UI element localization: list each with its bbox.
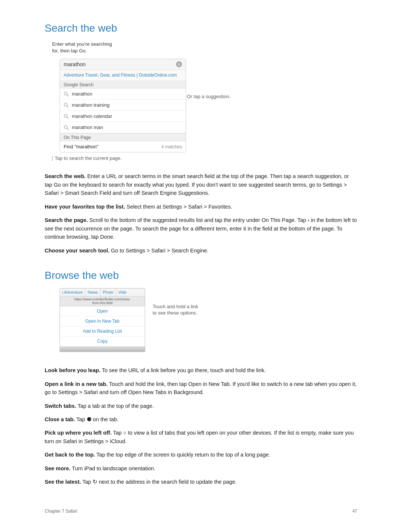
svg-point-2	[64, 103, 67, 106]
menu-open[interactable]: Open	[60, 306, 145, 316]
callout-label: Or tap a suggestion.	[187, 94, 230, 99]
suggestion-marathon[interactable]: marathon	[60, 88, 186, 100]
search-para-4: Choose your search tool. Go to Settings …	[45, 246, 357, 255]
browse-heading: Browse the web	[45, 270, 357, 281]
svg-line-3	[67, 106, 68, 107]
browse-body-paragraphs: Look before you leap. To see the URL of …	[45, 366, 357, 486]
browse-callout-text: Touch and hold a linkto see these option…	[153, 288, 198, 316]
clear-icon[interactable]: ✕	[176, 61, 182, 67]
svg-point-0	[64, 92, 67, 95]
on-this-page-header: On This Page	[60, 133, 186, 141]
find-on-page[interactable]: Find "marathon" 4 matches	[60, 141, 186, 152]
callout-container: Or tap a suggestion.	[180, 59, 230, 111]
tap-instruction-text: Tap to search the current page.	[55, 155, 122, 161]
search-icon	[64, 114, 69, 119]
browse-section: Browse the web | Adventure News Photo Vi…	[45, 270, 357, 355]
footer-page: 47	[352, 509, 357, 514]
browse-para-1: Look before you leap. To see the URL of …	[45, 366, 357, 374]
menu-open-new-tab[interactable]: Open in New Tab	[60, 316, 145, 326]
search-para-2: Have your favorites top the list. Select…	[45, 203, 357, 211]
browse-bottom-bar	[60, 346, 145, 352]
search-input-row: marathon ✕	[60, 59, 186, 70]
suggestion-marathon-man[interactable]: marathon man	[60, 122, 186, 133]
browse-url-bar: https://www.outsider/finder.com/news-fro…	[60, 296, 145, 306]
svg-point-6	[64, 125, 67, 128]
browse-mockup: | Adventure News Photo Vide https://www.…	[52, 288, 145, 355]
search-input-value[interactable]: marathon	[64, 61, 176, 67]
menu-add-reading-list[interactable]: Add to Reading List	[60, 326, 145, 336]
search-instruction: Enter what you're searchingfor, then tap…	[52, 41, 357, 54]
search-para-1: Search the web. Enter a URL or search te…	[45, 172, 357, 197]
browse-para-6: Get back to the top. Tap the top edge of…	[45, 451, 357, 459]
svg-point-4	[64, 114, 67, 117]
search-icon	[64, 125, 69, 130]
browse-para-5: Pick up where you left off. Tap ○ to vie…	[45, 429, 357, 445]
svg-line-5	[67, 117, 68, 119]
browse-para-7: See more. Turn iPad to landscape orienta…	[45, 464, 357, 473]
tab-video[interactable]: Vide	[116, 288, 129, 296]
google-search-label: Google Search	[60, 81, 186, 88]
browse-tabs-row: | Adventure News Photo Vide	[60, 288, 145, 296]
tap-instruction-row: Tap to search the current page.	[52, 155, 179, 161]
tab-photo[interactable]: Photo	[100, 288, 116, 296]
menu-copy[interactable]: Copy	[60, 336, 145, 346]
footer: Chapter 7 Safari 47	[45, 509, 357, 514]
suggestion-marathon-training[interactable]: marathon training	[60, 100, 186, 111]
svg-line-7	[67, 128, 68, 130]
suggestion-marathon-calendar[interactable]: marathon calendar	[60, 111, 186, 122]
search-mockup: marathon ✕ Adventure Travel, Gear, and F…	[60, 59, 186, 152]
search-icon	[64, 91, 69, 97]
search-icon	[64, 103, 69, 108]
browse-para-3: Switch tabs. Tap a tab at the top of the…	[45, 402, 357, 410]
search-para-3: Search the page. Scroll to the bottom of…	[45, 216, 357, 241]
page-container: Search the web Enter what you're searchi…	[45, 22, 357, 514]
footer-chapter: Chapter 7 Safari	[45, 509, 77, 514]
tab-adventure[interactable]: | Adventure	[60, 288, 85, 296]
search-section: Search the web Enter what you're searchi…	[45, 22, 357, 161]
browse-para-4: Close a tab. Tap ⚈ on the tab.	[45, 415, 357, 423]
tab-news[interactable]: News	[85, 288, 100, 296]
svg-line-1	[67, 95, 68, 96]
search-body-paragraphs: Search the web. Enter a URL or search te…	[45, 172, 357, 255]
site-suggestion[interactable]: Adventure Travel, Gear, and Fitness | Ou…	[60, 70, 186, 81]
search-heading: Search the web	[45, 22, 357, 34]
browse-para-2: Open a link in a new tab. Touch and hold…	[45, 380, 357, 397]
browse-para-8: See the latest. Tap ↻ next to the addres…	[45, 478, 357, 486]
